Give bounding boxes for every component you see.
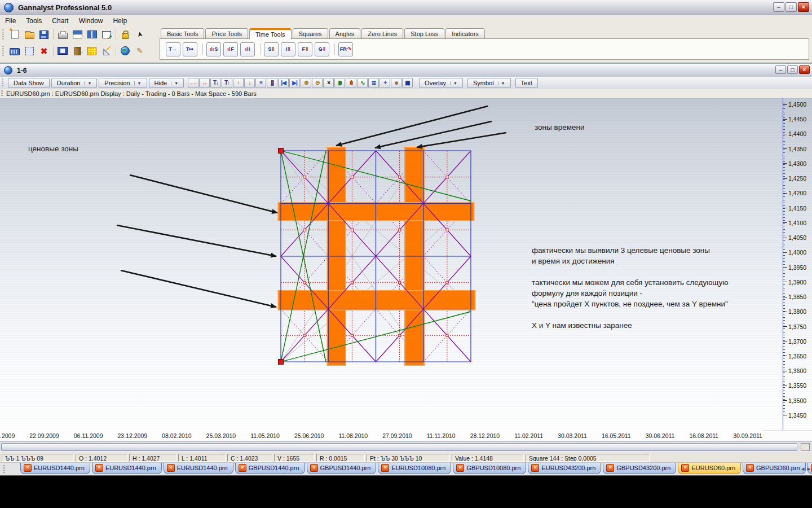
quote-lines-icon[interactable]: ≣ [368, 78, 379, 88]
tool-tab[interactable]: Zero Lines [361, 28, 403, 38]
minimize-button[interactable]: – [773, 2, 784, 12]
duration-dropdown[interactable]: Duration▼ [51, 78, 98, 88]
file-tab[interactable]: ×EURUSD1440.prn [92, 463, 162, 474]
candlestick-chart-icon[interactable]: ▮ı [334, 78, 345, 88]
line-chart-icon[interactable]: ∿ [357, 78, 368, 88]
precision-dropdown[interactable]: Precision▼ [99, 78, 147, 88]
scroll-left-icon[interactable]: ◂ [801, 465, 805, 472]
new-file-icon[interactable] [7, 28, 22, 41]
calendar-icon[interactable]: ▦ [402, 78, 413, 88]
zoom-out-icon[interactable]: ⊖ [312, 78, 323, 88]
data-window-icon[interactable] [7, 44, 22, 58]
hide-dropdown[interactable]: Hide▼ [149, 78, 184, 88]
close-icon[interactable]: × [24, 464, 32, 472]
restore-button[interactable]: □ [785, 2, 797, 12]
open-file-icon[interactable] [22, 28, 37, 41]
close-button[interactable]: × [799, 65, 810, 74]
save-icon[interactable] [37, 28, 51, 41]
pen-icon[interactable]: ✎ [133, 44, 147, 58]
close-icon[interactable]: × [381, 464, 389, 472]
set-square-icon[interactable]: ◺ [99, 44, 114, 58]
exit-door-icon[interactable] [70, 44, 85, 58]
menu-item[interactable]: Help [108, 16, 132, 26]
file-tab[interactable]: ×GBPUSD43200.prn [603, 463, 676, 474]
s-zones-tool[interactable]: S‖ [264, 42, 279, 56]
fib-cycle-tool[interactable]: ılF [223, 42, 238, 56]
restore-button[interactable]: □ [787, 65, 798, 74]
zoom-in-icon[interactable]: ⊕ [301, 78, 311, 88]
close-icon[interactable]: × [167, 464, 175, 472]
lock-icon[interactable] [118, 28, 133, 41]
filmstrip-icon[interactable] [55, 44, 70, 58]
close-icon[interactable]: × [239, 464, 246, 472]
time-arrow-stop-tool[interactable]: T↦ [183, 42, 197, 56]
close-icon[interactable]: × [681, 464, 689, 472]
menu-item[interactable]: Window [74, 16, 108, 26]
close-icon[interactable]: × [606, 464, 614, 472]
g-zones-tool[interactable]: G‖ [315, 42, 329, 56]
file-tab[interactable]: ×EURUSD1440.prn [20, 463, 90, 474]
tool-tab[interactable]: Price Tools [205, 28, 248, 38]
crosshair-icon[interactable]: + [379, 78, 390, 88]
file-tab[interactable]: ×EURUSD60.prn [678, 463, 741, 474]
scrollbar-end-box[interactable] [801, 443, 810, 451]
close-chart-icon[interactable]: × [323, 78, 334, 88]
select-region-icon[interactable] [22, 44, 37, 58]
user-icon[interactable]: ☻ [391, 78, 401, 88]
static-cycle-tool[interactable]: ılıS [206, 42, 221, 56]
last-bar-icon[interactable]: ▶| [289, 78, 300, 88]
horizontal-scrollbar[interactable] [0, 441, 812, 452]
close-button[interactable]: × [798, 2, 809, 12]
split-horizontal-icon[interactable] [70, 28, 85, 41]
scale-down-icon[interactable]: ↓ [244, 78, 255, 88]
close-icon[interactable]: × [456, 464, 464, 472]
close-icon[interactable]: × [531, 464, 539, 472]
vertical-bars-icon[interactable]: ||| [267, 78, 277, 88]
split-vertical-icon[interactable] [85, 28, 99, 41]
symbol-dropdown[interactable]: Symbol▼ [467, 78, 511, 88]
tool-tab[interactable]: Squares [293, 28, 328, 38]
delete-icon[interactable]: ✖ [37, 44, 51, 58]
text-button[interactable]: Text▼ [515, 78, 538, 88]
grid-lines-icon[interactable]: ≡ [255, 78, 266, 88]
minimize-button[interactable]: – [775, 65, 786, 74]
scrollbar-thumb[interactable] [1, 443, 797, 451]
grid-icon[interactable] [85, 44, 99, 58]
file-tab[interactable]: ×EURUSD10080.prn [378, 463, 451, 474]
file-tab[interactable]: ×GBPUSD1440.prn [307, 463, 377, 474]
i-zones-tool[interactable]: I‖ [281, 42, 295, 56]
scale-up-icon[interactable]: ↑ [233, 78, 244, 88]
pointer-icon[interactable]: ➤ [133, 28, 147, 41]
tool-tab[interactable]: Stop Loss [404, 28, 444, 38]
file-tab[interactable]: ×GBPUSD1440.prn [235, 463, 305, 474]
tool-tab[interactable]: Angles [329, 28, 361, 38]
compress-bars-icon[interactable]: →← [188, 78, 198, 88]
data-show-button[interactable]: Data Show▼ [8, 78, 50, 88]
first-bar-icon[interactable]: |◀ [278, 78, 289, 88]
export-window-icon[interactable] [99, 28, 114, 41]
interval-cycle-tool[interactable]: ılI [240, 42, 255, 56]
shift-down-icon[interactable]: T↓ [210, 78, 221, 88]
overlay-dropdown[interactable]: Overlay▼ [419, 78, 463, 88]
file-tab[interactable]: ×EURUSD1440.prn [164, 463, 233, 474]
tool-tab[interactable]: Indicators [445, 28, 485, 38]
globe-icon[interactable] [118, 44, 133, 58]
fr-tool[interactable]: FR↷ [338, 42, 353, 56]
scroll-right-icon[interactable]: ▸ [807, 465, 810, 472]
f-zones-tool[interactable]: F‖ [298, 42, 312, 56]
bar-chart-icon[interactable]: ılı [346, 78, 356, 88]
shift-up-icon[interactable]: T↑ [222, 78, 232, 88]
close-icon[interactable]: × [310, 464, 318, 472]
menu-item[interactable]: File [0, 16, 21, 26]
menu-item[interactable]: Chart [47, 16, 73, 26]
file-tab[interactable]: ×GBPUSD60.prn [743, 463, 806, 474]
file-tab[interactable]: ×EURUSD43200.prn [528, 463, 601, 474]
expand-bars-icon[interactable]: ↔ [199, 78, 210, 88]
print-icon[interactable] [55, 28, 70, 41]
close-icon[interactable]: × [746, 464, 754, 472]
tool-tab[interactable]: Basic Tools [161, 28, 204, 38]
menu-item[interactable]: Tools [21, 16, 47, 26]
file-tab[interactable]: ×GBPUSD10080.prn [453, 463, 526, 474]
tool-tab[interactable]: Time Tools [249, 28, 292, 39]
time-arrow-tool[interactable]: T→ [166, 42, 180, 56]
